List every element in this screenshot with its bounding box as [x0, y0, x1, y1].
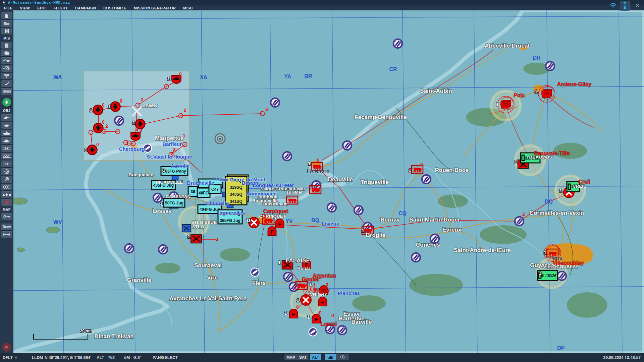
map-label: CQ [398, 210, 407, 216]
map-label: Brucheville [187, 180, 214, 186]
marker-af[interactable] [515, 217, 524, 226]
ship-icon [3, 131, 11, 135]
failures-button[interactable] [1, 65, 12, 72]
map-section-label: MAP [3, 208, 11, 212]
marker-af[interactable] [546, 62, 554, 70]
map-label: 0 [179, 71, 182, 77]
draw-tool-button[interactable]: Draw [1, 224, 12, 230]
save-mission-button[interactable] [1, 28, 12, 35]
sat-view-button[interactable]: SAT [297, 354, 309, 360]
time-button[interactable] [336, 354, 349, 360]
marker-af[interactable] [284, 273, 292, 281]
marker-af[interactable] [354, 206, 363, 215]
template-icon [3, 155, 11, 158]
menu-campaign[interactable]: CAMPAIGN [75, 6, 96, 10]
flight-label-50fg[interactable]: 50FG Jug [164, 198, 185, 207]
marker-xb[interactable] [191, 234, 202, 243]
map-label: 3 [173, 147, 176, 152]
marker-af[interactable] [115, 116, 123, 125]
marker-bld[interactable] [542, 89, 552, 98]
layer-caret-icon[interactable]: ˅ [15, 355, 17, 360]
add-vehicle-button[interactable] [1, 137, 12, 144]
marker-sub-circle[interactable] [111, 102, 120, 112]
menu-misc[interactable]: MISC [183, 6, 193, 10]
marker-sub-shield[interactable] [131, 132, 140, 140]
menu-mission-generator[interactable]: MISSION GENERATOR [133, 6, 176, 10]
menu-customize[interactable]: CUSTOMIZE [103, 6, 126, 10]
tank-icon [3, 139, 11, 142]
marker-bsq[interactable] [172, 175, 178, 180]
add-helicopter-button[interactable] [1, 122, 12, 129]
map-label: 1 [90, 107, 92, 113]
menu-flight[interactable]: FLIGHT [54, 6, 68, 10]
map-label: 1 [515, 159, 517, 165]
marker-bld[interactable] [501, 100, 511, 108]
north-up-button[interactable] [2, 98, 11, 107]
add-ship-button[interactable] [1, 130, 12, 136]
flight-label-48fg[interactable]: 48FG [197, 188, 210, 197]
marker-af2[interactable] [251, 268, 260, 277]
map-label: 0 [120, 98, 122, 104]
marker-af[interactable] [125, 244, 133, 253]
map-view-button[interactable]: MAP [284, 354, 297, 360]
flight-label-c47[interactable]: C47 [209, 185, 221, 193]
map-label: Lignerolles [218, 210, 245, 216]
chain-button[interactable] [1, 88, 12, 95]
marker-truck[interactable] [296, 282, 307, 290]
add-aircraft-button[interactable] [1, 114, 12, 121]
marker-af[interactable] [557, 272, 566, 280]
marker-sub-circle[interactable] [93, 105, 103, 115]
units-visibility-button[interactable] [325, 354, 337, 360]
alt-view-button[interactable]: ALT [310, 354, 321, 360]
radio-tower-button[interactable] [620, 1, 630, 11]
bullseye-tool-button[interactable] [1, 168, 12, 175]
add-static-button[interactable] [1, 145, 12, 152]
coord-format[interactable]: LLDM [32, 355, 43, 360]
route-tool-button[interactable] [1, 161, 12, 167]
triggers-button[interactable] [1, 57, 12, 64]
open-mission-button[interactable] [1, 20, 12, 27]
marker-truck[interactable] [286, 196, 298, 204]
map-label: 1 [187, 234, 190, 239]
weather-button[interactable] [1, 50, 12, 56]
delete-button[interactable] [1, 199, 12, 206]
marker-af[interactable] [422, 175, 431, 184]
farp-letter: F [270, 229, 273, 235]
map-label: Longues-sur-Mer [253, 182, 294, 188]
marker-af[interactable] [393, 39, 402, 48]
marker-xbb[interactable] [182, 225, 191, 232]
measure-tool-button[interactable] [1, 231, 12, 238]
close-button[interactable]: ✕ [633, 3, 641, 8]
linked-rings-button[interactable] [1, 184, 12, 190]
zone-shapes-button[interactable] [1, 191, 12, 198]
marker-af[interactable] [159, 245, 167, 254]
exclusion-zone-button[interactable] [1, 176, 12, 183]
marker-sub-circle[interactable] [88, 145, 97, 155]
alt-label: ALT [97, 355, 104, 360]
marker-af2[interactable] [309, 327, 318, 337]
goal-flags-button[interactable] [1, 73, 12, 79]
map-label: STLO [192, 224, 204, 229]
mission-editor-window: A-Normandy-Sandbox-MOD.miz ✕ FILE VIEW E… [0, 0, 644, 362]
marker-af[interactable] [283, 152, 291, 161]
add-template-button[interactable] [1, 153, 12, 160]
briefing-button[interactable] [1, 42, 12, 49]
marker-af[interactable] [327, 203, 336, 212]
marker-bull[interactable] [215, 134, 225, 144]
layer-select[interactable]: DFLT [3, 355, 13, 360]
menu-file[interactable]: FILE [4, 6, 12, 10]
map-key-button[interactable] [1, 213, 12, 220]
map-viewport[interactable]: 20 nm FFFFFFF363FG Pony405FG Jug3648FGC4… [13, 10, 644, 353]
menu-edit[interactable]: EDIT [37, 6, 46, 10]
map-label: 1 [308, 161, 311, 166]
marker-af[interactable] [343, 141, 352, 150]
marker-af[interactable] [338, 326, 346, 335]
map-canvas[interactable]: 20 nm FFFFFFF363FG Pony405FG Jug3648FGC4… [13, 10, 644, 353]
marker-af[interactable] [271, 98, 279, 107]
marker-truck[interactable] [310, 186, 321, 194]
validate-button[interactable] [1, 80, 12, 87]
menu-view[interactable]: VIEW [20, 6, 30, 10]
marker-af[interactable] [412, 253, 420, 262]
new-mission-button[interactable] [1, 12, 12, 19]
check-icon [4, 82, 9, 85]
